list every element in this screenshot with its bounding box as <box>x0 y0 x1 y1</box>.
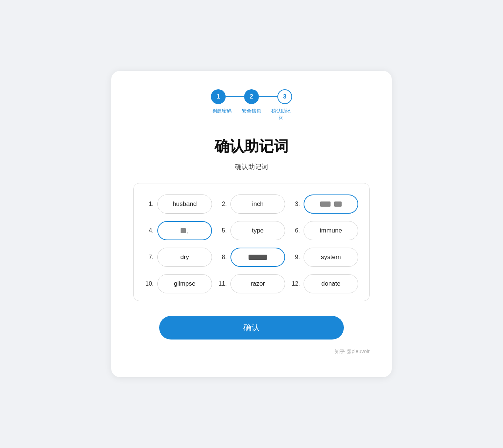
word-box-4[interactable]: , <box>157 221 212 240</box>
step-3-circle: 3 <box>277 89 292 104</box>
word-row-3: 3. <box>291 194 358 214</box>
word-row-4: 4. , <box>145 221 212 240</box>
cursor-4: , <box>187 227 188 234</box>
word-number-12: 12. <box>291 280 300 287</box>
word-number-2: 2. <box>218 201 227 207</box>
word-text-1: husband <box>172 200 196 208</box>
word-box-1[interactable]: husband <box>157 194 212 214</box>
word-text-12: donate <box>321 280 341 287</box>
word-box-5[interactable]: type <box>230 221 285 240</box>
stepper-labels: 创建密码 安全钱包 确认助记词 <box>207 108 296 121</box>
step-connector-2 <box>259 96 277 97</box>
word-number-6: 6. <box>291 227 300 234</box>
step-connector-1 <box>226 96 244 97</box>
word-box-7[interactable]: dry <box>157 248 212 267</box>
word-grid-container: 1. husband 2. inch 3. <box>133 183 370 301</box>
word-row-5: 5. type <box>218 221 285 240</box>
step-1-label: 创建密码 <box>207 108 237 121</box>
redacted-block-4 <box>181 228 186 233</box>
word-box-11[interactable]: razor <box>230 274 285 293</box>
redacted-block-8 <box>249 255 267 260</box>
redacted-block-3a <box>320 201 331 207</box>
word-row-12: 12. donate <box>291 274 358 293</box>
word-text-5: type <box>252 227 264 234</box>
stepper-circles: 1 2 3 <box>211 89 292 104</box>
word-number-8: 8. <box>218 254 227 261</box>
word-text-6: immune <box>320 227 342 234</box>
word-row-6: 6. immune <box>291 221 358 240</box>
redacted-block-3b <box>334 201 342 207</box>
word-row-8: 8. <box>218 248 285 267</box>
word-grid: 1. husband 2. inch 3. <box>145 194 358 293</box>
watermark: 知乎 @pleuvoir <box>133 348 370 355</box>
word-box-6[interactable]: immune <box>304 221 358 240</box>
word-box-2[interactable]: inch <box>230 194 285 214</box>
step-3-label: 确认助记词 <box>266 108 296 121</box>
main-title: 确认助记词 <box>133 136 370 156</box>
confirm-button[interactable]: 确认 <box>159 316 344 340</box>
word-text-7: dry <box>180 254 189 261</box>
word-row-11: 11. razor <box>218 274 285 293</box>
word-row-7: 7. dry <box>145 248 212 267</box>
word-text-9: system <box>321 254 341 261</box>
word-text-11: razor <box>251 280 265 287</box>
word-number-11: 11. <box>218 280 227 287</box>
word-number-4: 4. <box>145 227 154 234</box>
main-card: 1 2 3 创建密码 安全钱包 确认助记词 确认助记词 确认助记词 1. <box>111 71 392 377</box>
word-row-2: 2. inch <box>218 194 285 214</box>
word-box-12[interactable]: donate <box>304 274 358 293</box>
word-text-2: inch <box>252 200 263 208</box>
word-box-8[interactable] <box>230 248 285 267</box>
sub-title: 确认助记词 <box>133 162 370 171</box>
word-number-3: 3. <box>291 201 300 207</box>
word-row-10: 10. glimpse <box>145 274 212 293</box>
step-2-label: 安全钱包 <box>237 108 266 121</box>
word-row-1: 1. husband <box>145 194 212 214</box>
step-2-circle: 2 <box>244 89 259 104</box>
word-row-9: 9. system <box>291 248 358 267</box>
word-box-10[interactable]: glimpse <box>157 274 212 293</box>
word-number-7: 7. <box>145 254 154 261</box>
word-text-10: glimpse <box>174 280 196 287</box>
stepper: 1 2 3 创建密码 安全钱包 确认助记词 <box>133 89 370 121</box>
word-box-9[interactable]: system <box>304 248 358 267</box>
word-box-3[interactable] <box>304 194 358 214</box>
word-number-5: 5. <box>218 227 227 234</box>
word-number-10: 10. <box>145 280 154 287</box>
word-number-9: 9. <box>291 254 300 261</box>
word-number-1: 1. <box>145 201 154 207</box>
step-1-circle: 1 <box>211 89 226 104</box>
